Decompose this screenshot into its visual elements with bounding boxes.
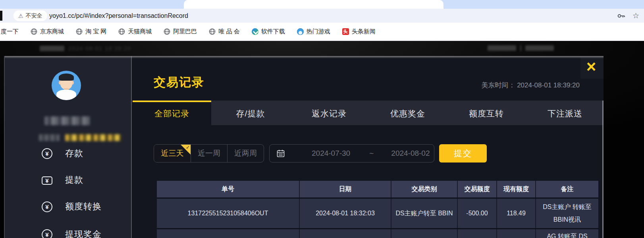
cell-date	[299, 229, 391, 238]
timezone-label: 美东时间：	[481, 81, 515, 89]
sidebar-item-deposit[interactable]: ¥ 存款	[5, 147, 132, 160]
col-date: 日期	[299, 181, 391, 197]
bonus-yen-icon: ¥	[42, 229, 52, 238]
cell-order-no	[157, 229, 299, 238]
globe-icon	[118, 28, 125, 35]
account-sidebar: ¥ 存款 ¥ 提款 ¥ 额度转换 ¥ 提现奖金	[5, 56, 132, 238]
timestamp: 2024-08-01 18:39:20	[517, 81, 580, 89]
col-order-no: 单号	[157, 181, 299, 197]
cell-remark: DS主账户 转账至 BBIN视讯	[535, 199, 598, 228]
sidebar-item-credit-transfer[interactable]: ¥ 额度转换	[5, 200, 132, 213]
avatar[interactable]	[52, 71, 81, 100]
tab-deposit-withdraw[interactable]: 存/提款	[211, 101, 290, 125]
toutiao-news-icon: 头	[342, 28, 349, 35]
username-blurred	[44, 116, 90, 125]
sidebar-item-withdraw[interactable]: ¥ 提款	[5, 173, 132, 187]
screen: ⚠ 不安全 yoyo1.cc/pc/#/index?personal=trans…	[0, 0, 644, 238]
browser-active-tab[interactable]	[184, 0, 443, 9]
bookmark-item[interactable]: 淘 宝 网	[76, 28, 106, 35]
col-type: 交易类别	[391, 181, 457, 197]
cell-type	[391, 229, 457, 238]
software-download-icon	[252, 28, 258, 35]
cell-balance: 118.49	[496, 199, 535, 228]
check-icon: ✓	[186, 145, 190, 150]
col-balance: 现有额度	[496, 181, 535, 197]
cell-amount	[457, 229, 496, 238]
bookmark-item[interactable]: 头 头条新闻	[342, 28, 376, 35]
bookmark-item[interactable]: 唯 品 会	[209, 28, 239, 35]
deposit-yen-icon: ¥	[42, 148, 52, 159]
cell-balance	[496, 229, 535, 238]
quick-range-group: 近三天 ✓ 近一周 近两周	[154, 144, 264, 163]
globe-icon	[209, 28, 216, 35]
bookmark-item[interactable]: 天猫商城	[118, 28, 152, 35]
range-last-week[interactable]: 近一周	[191, 145, 227, 162]
bookmark-star-icon[interactable]: ☆	[632, 11, 639, 20]
blurred-page-links	[488, 45, 554, 51]
modal-title: 交易记录	[154, 74, 204, 91]
tab-credit-transfer[interactable]: 额度互转	[447, 101, 526, 125]
range-last-3-days[interactable]: 近三天 ✓	[154, 145, 191, 162]
filter-row: 近三天 ✓ 近一周 近两周 2024-07-30 ~ 2024-08-02 提交	[133, 144, 604, 163]
calendar-icon	[277, 149, 285, 157]
tab-bet-dispatch[interactable]: 下注派送	[526, 101, 604, 125]
table-row: AG 转账至 DS	[157, 229, 598, 238]
modal-content: × 交易记录 美东时间： 2024-08-01 18:39:20 全部记录 存/…	[133, 56, 604, 238]
globe-icon	[76, 28, 83, 35]
date-range-picker[interactable]: 2024-07-30 ~ 2024-08-02	[269, 144, 434, 163]
globe-icon	[31, 28, 37, 35]
blurred-draw-info: 2024-08-01 18:39:20	[40, 45, 131, 52]
globe-icon	[164, 28, 170, 35]
cell-date: 2024-08-01 18:32:03	[299, 199, 391, 228]
bookmark-item[interactable]: 阿里巴巴	[164, 28, 197, 35]
cell-remark: AG 转账至 DS	[535, 229, 598, 238]
tab-all-records[interactable]: 全部记录	[133, 101, 211, 125]
transactions-table: 单号 日期 交易类别 交易额度 现有额度 备注 1317225515231058…	[157, 181, 598, 238]
bookmark-item[interactable]: 软件下载	[252, 28, 285, 35]
bookmark-item[interactable]: 热门游戏	[297, 28, 330, 35]
modal-scrollbar[interactable]	[602, 101, 604, 238]
table-row: 1317225515231058406OUT 2024-08-01 18:32:…	[157, 199, 598, 228]
record-tabs: 全部记录 存/提款 返水记录 优惠奖金 额度互转 下注派送	[133, 101, 604, 125]
date-separator: ~	[369, 149, 374, 158]
bookmark-item[interactable]: 京东商城	[31, 28, 64, 35]
warning-icon: ⚠	[18, 13, 23, 19]
range-last-2-weeks[interactable]: 近两周	[227, 145, 264, 162]
penguin-game-icon	[297, 28, 304, 35]
security-chip-label: 不安全	[26, 12, 42, 19]
browser-tabstrip	[0, 0, 644, 9]
sidebar-item-withdraw-bonus[interactable]: ¥ 提现奖金	[5, 228, 132, 238]
eastern-time: 美东时间： 2024-08-01 18:39:20	[481, 81, 580, 90]
col-remark: 备注	[535, 181, 598, 197]
cell-type: DS主账户转至 BBIN	[391, 199, 457, 228]
withdraw-ticket-icon: ¥	[42, 176, 52, 185]
tab-promo-bonus[interactable]: 优惠奖金	[368, 101, 447, 125]
modal-top-gradient	[5, 56, 604, 58]
transaction-record-modal: ¥ 存款 ¥ 提款 ¥ 额度转换 ¥ 提现奖金 × 交易记录 美东时间：	[4, 56, 604, 238]
security-chip[interactable]: ⚠ 不安全	[13, 10, 47, 21]
submit-button[interactable]: 提交	[439, 144, 487, 163]
browser-urlbar: ⚠ 不安全 yoyo1.cc/pc/#/index?personal=trans…	[0, 9, 644, 23]
window-edge	[0, 11, 2, 21]
close-icon[interactable]: ×	[582, 57, 600, 77]
bookmarks-bar: 度一下 京东商城 淘 宝 网 天猫商城 阿里巴巴 唯 品 会 软件下载 热门游戏	[0, 23, 644, 41]
col-amount: 交易额度	[457, 181, 496, 197]
cell-amount: -500.00	[457, 199, 496, 228]
password-key-icon[interactable]	[617, 12, 624, 19]
date-from-value[interactable]: 2024-07-30	[312, 149, 350, 158]
tab-rebate-records[interactable]: 返水记录	[290, 101, 368, 125]
balance-amount-blurred	[65, 134, 121, 141]
balance-label-blurred	[39, 134, 60, 141]
date-to-value[interactable]: 2024-08-02	[391, 149, 430, 158]
transfer-yen-icon: ¥	[42, 201, 52, 212]
bookmark-item[interactable]: 度一下	[1, 28, 19, 35]
url-text[interactable]: yoyo1.cc/pc/#/index?personal=transaction…	[49, 9, 188, 23]
cell-order-no: 1317225515231058406OUT	[157, 199, 299, 228]
table-header-row: 单号 日期 交易类别 交易额度 现有额度 备注	[157, 181, 598, 197]
